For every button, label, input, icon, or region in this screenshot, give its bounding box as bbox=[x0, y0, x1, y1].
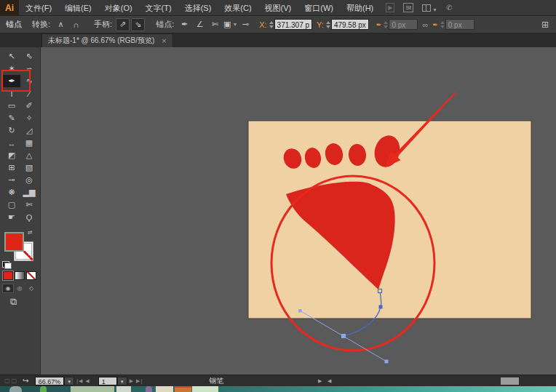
perspective-grid-tool[interactable]: △ bbox=[20, 149, 38, 161]
remove-anchor-button[interactable]: ✒ bbox=[178, 18, 191, 31]
paintbrush-tool[interactable]: ✐ bbox=[20, 100, 38, 112]
menu-view[interactable]: 视图(V) bbox=[258, 0, 298, 16]
document-title: 未标题-1* @ 66.67% (RGB/预览) bbox=[48, 36, 154, 46]
eyedropper-tool[interactable]: ⊸ bbox=[3, 174, 20, 186]
default-fill-stroke-icon[interactable] bbox=[2, 261, 12, 269]
artboard-dropdown-icon[interactable]: ▼ bbox=[117, 377, 127, 385]
artboard-number-field[interactable]: 1 bbox=[98, 377, 117, 385]
magic-wand-tool[interactable]: ✶ bbox=[3, 63, 20, 75]
convert-to-corner-button[interactable]: ∧ bbox=[54, 18, 68, 31]
menu-type[interactable]: 文字(T) bbox=[139, 0, 178, 16]
last-artboard-button[interactable]: ▶ ▶| bbox=[130, 378, 143, 384]
pen-tool[interactable]: ✒ bbox=[3, 75, 20, 87]
slice-tool[interactable]: ✄ bbox=[20, 199, 38, 211]
menu-edit[interactable]: 编辑(E) bbox=[58, 0, 98, 16]
draw-inside-button[interactable]: ◇ bbox=[25, 284, 37, 293]
height-handle-icon: ✒ bbox=[432, 21, 438, 28]
hide-handles-button[interactable]: ⇘ bbox=[131, 18, 145, 31]
draw-behind-button[interactable]: ◎ bbox=[14, 284, 25, 293]
scroll-left-icon[interactable]: ◀ bbox=[327, 378, 331, 384]
tool-grid: ↖ ⇖ ✶ ∽ ✒ ∿ T ∕ ▭ ✐ ✎ ✧ ↻ ◿ ↔ ▦ ◩ △ ⊞ ▧ bbox=[3, 50, 38, 223]
bridge-icon[interactable]: ▶ bbox=[386, 3, 394, 12]
anchor-point[interactable] bbox=[379, 305, 383, 309]
color-button[interactable] bbox=[3, 271, 13, 280]
height-input: 0 px bbox=[445, 19, 474, 30]
shape-builder-tool[interactable]: ◩ bbox=[3, 149, 20, 161]
handle-end-point[interactable] bbox=[298, 309, 302, 313]
scale-tool[interactable]: ◿ bbox=[20, 124, 38, 137]
x-input[interactable]: 371.307 p bbox=[274, 19, 313, 30]
zoom-tool[interactable]: Ϙ bbox=[20, 211, 38, 223]
menu-window[interactable]: 窗口(W) bbox=[298, 0, 340, 16]
transform-options-icon[interactable]: ⊞ bbox=[541, 20, 549, 30]
anchor-point[interactable] bbox=[378, 289, 382, 293]
symbol-sprayer-tool[interactable]: ❋ bbox=[3, 186, 20, 199]
convert-to-smooth-button[interactable]: ∩ bbox=[69, 18, 83, 31]
gradient-tool[interactable]: ▧ bbox=[20, 161, 38, 174]
main-area: ↖ ⇖ ✶ ∽ ✒ ∿ T ∕ ▭ ✐ ✎ ✧ ↻ ◿ ↔ ▦ ◩ △ ⊞ ▧ bbox=[0, 47, 556, 375]
none-button[interactable] bbox=[26, 271, 36, 280]
corner-point-button[interactable]: ∠ bbox=[193, 18, 207, 31]
rectangle-tool[interactable]: ▭ bbox=[3, 100, 20, 112]
horizontal-scrollbar-thumb[interactable] bbox=[501, 377, 519, 385]
zoom-level-field[interactable]: 66.67% bbox=[35, 377, 65, 385]
cut-path-button[interactable]: ✄ bbox=[208, 18, 222, 31]
windows-taskbar-sliver bbox=[0, 386, 556, 392]
y-input[interactable]: 479.58 px bbox=[331, 19, 369, 30]
direct-selection-tool[interactable]: ⇖ bbox=[20, 50, 38, 63]
hand-tool[interactable]: ☛ bbox=[3, 211, 20, 223]
fill-color-swatch[interactable] bbox=[4, 232, 24, 252]
menu-help[interactable]: 帮助(H) bbox=[340, 0, 380, 16]
free-transform-tool[interactable]: ▦ bbox=[20, 137, 38, 149]
anchor-point-selected[interactable] bbox=[341, 334, 346, 338]
tools-panel: ↖ ⇖ ✶ ∽ ✒ ∿ T ∕ ▭ ✐ ✎ ✧ ↻ ◿ ↔ ▦ ◩ △ ⊞ ▧ bbox=[0, 47, 41, 375]
share-icon[interactable]: ✆ bbox=[446, 4, 452, 12]
swap-fill-stroke-icon[interactable]: ⇄ bbox=[28, 229, 33, 236]
menu-effect[interactable]: 效果(C) bbox=[218, 0, 258, 16]
close-icon[interactable]: × bbox=[162, 36, 166, 45]
connect-path-icon[interactable]: ⊸ bbox=[239, 18, 253, 31]
menu-object[interactable]: 对象(O) bbox=[98, 0, 139, 16]
handles-label: 手柄: bbox=[94, 19, 112, 30]
chevron-down-icon: ▼ bbox=[232, 22, 237, 27]
selection-tool[interactable]: ↖ bbox=[3, 50, 20, 63]
gradient-button[interactable] bbox=[15, 271, 25, 280]
artboard-tool[interactable]: ▢ bbox=[3, 199, 20, 211]
y-stepper[interactable] bbox=[326, 21, 330, 28]
isolate-selection-button[interactable]: ▣▼ bbox=[223, 18, 237, 31]
lasso-tool[interactable]: ∽ bbox=[20, 63, 38, 75]
menu-file[interactable]: 文件(F) bbox=[19, 0, 58, 16]
line-segment-tool[interactable]: ∕ bbox=[20, 87, 38, 100]
type-tool[interactable]: T bbox=[3, 87, 20, 100]
height-stepper bbox=[440, 21, 445, 28]
stock-icon[interactable]: St bbox=[403, 3, 413, 12]
status-expand-icon[interactable]: ▶ bbox=[318, 378, 322, 384]
graph-tool[interactable]: ▂▆ bbox=[20, 186, 38, 199]
mesh-tool[interactable]: ⊞ bbox=[3, 161, 20, 174]
screen-mode-icon[interactable]: ⧉ bbox=[10, 296, 17, 308]
link-dimensions-icon[interactable]: ∞ bbox=[422, 20, 428, 29]
first-artboard-button[interactable]: |◀ ◀ bbox=[76, 378, 90, 384]
status-dim-icon: ▢ ▢ bbox=[4, 377, 17, 384]
x-stepper[interactable] bbox=[269, 21, 274, 28]
x-label: X: bbox=[259, 20, 266, 29]
show-handles-button[interactable]: ⇗ bbox=[116, 18, 130, 31]
pencil-tool[interactable]: ✎ bbox=[3, 112, 20, 124]
handle-end-point[interactable] bbox=[385, 360, 389, 364]
workspace-switcher[interactable]: ▼ bbox=[422, 1, 437, 15]
blend-tool[interactable]: ◎ bbox=[20, 174, 38, 186]
curvature-tool[interactable]: ∿ bbox=[20, 75, 38, 87]
shaper-tool[interactable]: ✧ bbox=[20, 112, 38, 124]
zoom-dropdown-icon[interactable]: ▼ bbox=[64, 377, 74, 385]
rotate-tool[interactable]: ↻ bbox=[3, 124, 20, 137]
app-logo: Ai bbox=[0, 0, 19, 16]
control-bar: 锚点 转换: ∧ ∩ 手柄: ⇗ ⇘ 锚点: ✒ ∠ ✄ ▣▼ ⊸ X: 371… bbox=[0, 16, 556, 33]
draw-normal-button[interactable]: ◉ bbox=[2, 284, 14, 293]
taskbar-icon-fragment bbox=[71, 386, 114, 392]
width-tool[interactable]: ↔ bbox=[3, 137, 20, 149]
canvas[interactable] bbox=[41, 47, 556, 375]
drawing-mode-buttons: ◉ ◎ ◇ bbox=[2, 284, 37, 293]
go-to-bridge-icon[interactable]: ↪ bbox=[23, 377, 28, 385]
menu-select[interactable]: 选择(S) bbox=[178, 0, 218, 16]
document-tab[interactable]: 未标题-1* @ 66.67% (RGB/预览) × bbox=[41, 33, 173, 47]
